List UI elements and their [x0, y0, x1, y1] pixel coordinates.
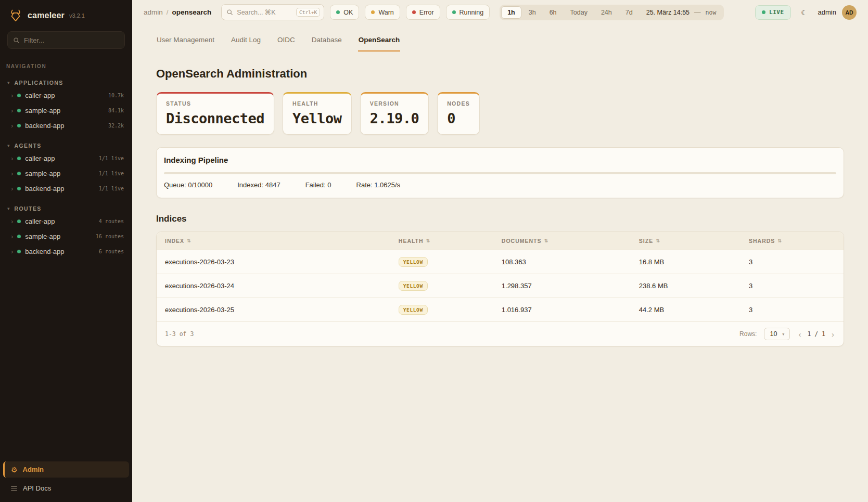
warn-status-dot [371, 10, 375, 14]
chevron-right-icon: › [11, 218, 13, 225]
sidebar-item-routes-caller-app[interactable]: › caller-app 4 routes [0, 214, 132, 229]
sidebar-item-agents-backend-app[interactable]: › backend-app 1/1 live [0, 181, 132, 196]
sidebar-item-label: caller-app [25, 155, 55, 162]
sidebar-item-label: backend-app [25, 248, 64, 255]
admin-label: Admin [23, 466, 44, 473]
pipeline-stats: Queue: 0/10000 Indexed: 4847 Failed: 0 R… [164, 181, 836, 189]
column-label: DOCUMENTS [502, 238, 542, 244]
section-header-applications[interactable]: ▾ APPLICATIONS [0, 78, 132, 88]
main-area: admin / opensearch Ctrl+K OK Warn [132, 0, 868, 502]
table-row[interactable]: executions-2026-03-24 YELLOW 1.298.357 2… [157, 274, 844, 298]
prev-page-button[interactable]: ‹ [797, 330, 802, 339]
table-footer: 1-3 of 3 Rows: 10 ▾ ‹ 1 / 1 › [157, 321, 844, 346]
breadcrumb-admin[interactable]: admin [144, 8, 163, 16]
tab-user-management[interactable]: User Management [156, 33, 215, 52]
cell-documents: 108.363 [493, 251, 631, 273]
app-version: v3.2.1 [69, 12, 85, 19]
next-page-button[interactable]: › [831, 330, 835, 339]
pagination-range: 1-3 of 3 [165, 330, 194, 338]
time-range-group: 1h 3h 6h Today 24h 7d 25. März 14:55 — n… [500, 5, 724, 20]
table-row[interactable]: executions-2026-03-23 YELLOW 108.363 16.… [157, 250, 844, 274]
table-row[interactable]: executions-2026-03-25 YELLOW 1.016.937 4… [157, 298, 844, 321]
column-header-health[interactable]: HEALTH ⇅ [390, 232, 493, 250]
cell-index: executions-2026-03-23 [157, 251, 390, 273]
sidebar-item-agents-sample-app[interactable]: › sample-app 1/1 live [0, 166, 132, 181]
filter-running-button[interactable]: Running [446, 5, 490, 20]
sidebar-item-badge: 6 routes [99, 249, 124, 254]
status-dot [17, 220, 21, 223]
cell-shards: 3 [741, 299, 844, 320]
time-range-today[interactable]: Today [564, 6, 594, 19]
pipeline-title: Indexing Pipeline [164, 156, 836, 164]
column-header-size[interactable]: SIZE ⇅ [631, 232, 741, 250]
table-footer-controls: Rows: 10 ▾ ‹ 1 / 1 › [739, 328, 835, 340]
section-label: AGENTS [15, 143, 42, 149]
time-range-1h[interactable]: 1h [501, 6, 521, 19]
sidebar-item-badge: 10.7k [108, 93, 124, 98]
tab-audit-log[interactable]: Audit Log [231, 33, 261, 52]
filter-ok-button[interactable]: OK [330, 5, 359, 20]
sidebar-item-routes-backend-app[interactable]: › backend-app 6 routes [0, 244, 132, 259]
tab-opensearch[interactable]: OpenSearch [358, 33, 401, 52]
caret-down-icon: ▾ [7, 80, 10, 85]
sort-icon: ⇅ [544, 238, 548, 243]
nav-section-agents: ▾ AGENTS › caller-app 1/1 live › sample-… [0, 140, 132, 196]
sidebar-item-badge: 1/1 live [99, 186, 124, 191]
time-range-24h[interactable]: 24h [595, 6, 618, 19]
time-range-3h[interactable]: 3h [522, 6, 542, 19]
section-header-routes[interactable]: ▾ ROUTES [0, 203, 132, 214]
cell-health: YELLOW [390, 250, 493, 274]
sidebar-item-agents-caller-app[interactable]: › caller-app 1/1 live [0, 151, 132, 166]
sidebar-item-routes-sample-app[interactable]: › sample-app 16 routes [0, 229, 132, 244]
sidebar-item-applications-backend-app[interactable]: › backend-app 32.2k [0, 118, 132, 133]
cameleer-logo-icon [8, 8, 23, 23]
breadcrumb-current: opensearch [172, 8, 212, 16]
section-label: APPLICATIONS [15, 80, 63, 86]
nav-section-routes: ▾ ROUTES › caller-app 4 routes › sample-… [0, 203, 132, 259]
shortcut-hint: Ctrl+K [296, 8, 320, 17]
rows-per-page-label: Rows: [739, 330, 757, 338]
search-input[interactable] [237, 9, 292, 16]
column-label: SIZE [639, 238, 653, 244]
filter-warn-button[interactable]: Warn [365, 5, 400, 20]
filter-error-button[interactable]: Error [406, 5, 440, 20]
time-range-7d[interactable]: 7d [619, 6, 639, 19]
filter-label: OK [343, 9, 353, 16]
sidebar-item-label: backend-app [25, 185, 64, 192]
sort-icon: ⇅ [187, 238, 192, 243]
error-status-dot [412, 10, 416, 14]
theme-toggle-button[interactable]: ☾ [797, 5, 812, 20]
time-range-6h[interactable]: 6h [543, 6, 563, 19]
sidebar-item-api-docs[interactable]: API Docs [0, 480, 132, 497]
nav-section-applications: ▾ APPLICATIONS › caller-app 10.7k › samp… [0, 78, 132, 133]
date-to: now [706, 9, 717, 16]
sidebar-item-badge: 32.2k [108, 123, 124, 128]
filter-input[interactable] [24, 36, 119, 44]
stat-value: Disconnected [166, 110, 264, 126]
table-header-row: INDEX ⇅ HEALTH ⇅ DOCUMENTS ⇅ SIZE ⇅ [157, 232, 844, 250]
sidebar-item-applications-caller-app[interactable]: › caller-app 10.7k [0, 88, 132, 103]
app-logo[interactable]: cameleer v3.2.1 [0, 0, 132, 29]
sidebar-item-admin[interactable]: ⚙ Admin [3, 461, 129, 478]
sort-icon: ⇅ [656, 238, 660, 243]
column-header-shards[interactable]: SHARDS ⇅ [741, 232, 844, 250]
rows-per-page-select[interactable]: 10 ▾ [764, 328, 790, 340]
tab-database[interactable]: Database [311, 33, 342, 52]
caret-down-icon: ▾ [7, 206, 10, 211]
api-docs-label: API Docs [23, 484, 51, 492]
date-range-display[interactable]: 25. März 14:55 — now [640, 9, 723, 16]
sidebar-item-applications-sample-app[interactable]: › sample-app 84.1k [0, 103, 132, 118]
live-indicator[interactable]: LIVE [755, 5, 791, 20]
sidebar-footer: ⚙ Admin API Docs [0, 461, 132, 502]
status-dot [17, 124, 21, 127]
stat-label: VERSION [370, 100, 419, 107]
section-header-agents[interactable]: ▾ AGENTS [0, 140, 132, 151]
avatar[interactable]: AD [842, 5, 857, 20]
column-header-documents[interactable]: DOCUMENTS ⇅ [493, 232, 631, 250]
topbar: admin / opensearch Ctrl+K OK Warn [132, 0, 868, 24]
tab-oidc[interactable]: OIDC [277, 33, 296, 52]
page-indicator: 1 / 1 [807, 330, 825, 338]
chevron-right-icon: › [11, 185, 13, 192]
column-header-index[interactable]: INDEX ⇅ [157, 232, 390, 250]
filter-label: Running [459, 9, 484, 16]
